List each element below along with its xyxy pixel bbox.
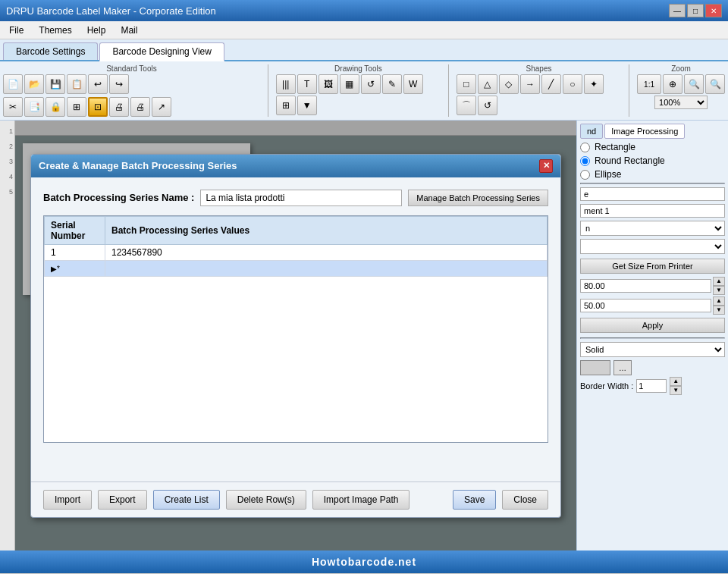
lock-btn[interactable]: 🔒 bbox=[46, 97, 65, 117]
size-input[interactable] bbox=[580, 187, 725, 201]
img-drop[interactable]: ▼ bbox=[297, 96, 317, 115]
open-btn[interactable]: 📂 bbox=[24, 74, 44, 94]
batch-series-modal: Create & Manage Batch Processing Series … bbox=[30, 154, 561, 518]
shape-rectangle-radio[interactable] bbox=[580, 143, 590, 152]
import-button[interactable]: Import bbox=[43, 490, 92, 510]
zoom-select[interactable]: 100% 75% 50% 150% 200% bbox=[654, 96, 708, 109]
ellipse-shape-btn[interactable]: ○ bbox=[563, 74, 582, 94]
menu-file[interactable]: File bbox=[3, 24, 30, 37]
modal-footer: Import Export Create List Delete Row(s) … bbox=[31, 481, 560, 517]
rotate-btn[interactable]: ↺ bbox=[478, 96, 497, 115]
border-down-btn[interactable]: ▼ bbox=[670, 386, 682, 395]
cut-btn[interactable]: ✂ bbox=[3, 97, 23, 117]
width-up-btn[interactable]: ▲ bbox=[713, 277, 725, 286]
menu-help[interactable]: Help bbox=[81, 24, 112, 37]
grid-btn[interactable]: ⊞ bbox=[67, 97, 86, 117]
new-row-indicator: ▶* bbox=[45, 260, 105, 276]
width-down-btn[interactable]: ▼ bbox=[713, 286, 725, 295]
diamond-shape-btn[interactable]: ◇ bbox=[499, 74, 519, 94]
tab-barcode-settings[interactable]: Barcode Settings bbox=[3, 42, 98, 60]
rect-shape-btn[interactable]: □ bbox=[457, 74, 476, 94]
standard-tools-section: Standard Tools 📄 📂 💾 📋 ↩ ↪ ✂ 📑 🔒 ⊞ ⊡ 🖨 🖨… bbox=[3, 64, 260, 117]
series-name-input[interactable] bbox=[200, 190, 402, 206]
border-up-btn[interactable]: ▲ bbox=[670, 377, 682, 386]
color-picker-button[interactable]: … bbox=[613, 360, 632, 375]
modal-body: Batch Processing Series Name : Manage Ba… bbox=[31, 177, 560, 481]
rp-tab-image-processing[interactable]: Image Processing bbox=[604, 124, 685, 139]
barcode2-btn[interactable]: ▦ bbox=[340, 74, 359, 94]
delete-rows-button[interactable]: Delete Row(s) bbox=[226, 490, 306, 510]
manage-series-button[interactable]: Manage Batch Processing Series bbox=[408, 190, 548, 206]
menu-themes[interactable]: Themes bbox=[33, 24, 77, 37]
style-field: Solid bbox=[580, 342, 725, 357]
line-btn[interactable]: ╱ bbox=[541, 74, 561, 94]
style-select[interactable]: Solid bbox=[580, 342, 725, 357]
width-input[interactable] bbox=[580, 279, 711, 293]
copy-btn[interactable]: 📑 bbox=[24, 97, 44, 117]
modal-title-bar: Create & Manage Batch Processing Series … bbox=[31, 155, 560, 177]
shape-round-rect-radio[interactable] bbox=[580, 156, 590, 166]
status-text: Howtobarcode.net bbox=[312, 556, 416, 568]
create-list-button[interactable]: Create List bbox=[153, 490, 220, 510]
menu-bar: File Themes Help Mail bbox=[0, 21, 728, 39]
draw-row2-1[interactable]: ↺ bbox=[361, 74, 381, 94]
menu-mail[interactable]: Mail bbox=[115, 24, 143, 37]
canvas-area: Create & Manage Batch Processing Series … bbox=[15, 121, 576, 550]
save-as-btn[interactable]: 📋 bbox=[67, 74, 86, 94]
ruler-mark-4: 4 bbox=[0, 169, 14, 184]
export-btn[interactable]: ↗ bbox=[152, 97, 171, 117]
col-values: Batch Processing Series Values bbox=[105, 216, 548, 244]
zoom-section: Zoom 1:1 ⊕ 🔍 🔍 100% 75% 50% 150% 200% bbox=[637, 64, 725, 109]
table-btn[interactable]: ⊞ bbox=[276, 96, 296, 115]
border-width-input[interactable] bbox=[636, 379, 667, 393]
star-btn[interactable]: ✦ bbox=[584, 74, 604, 94]
zoom-out-btn[interactable]: 🔍 bbox=[705, 74, 725, 94]
rp-tab-nd[interactable]: nd bbox=[580, 124, 603, 139]
height-input[interactable] bbox=[580, 299, 711, 312]
undo-btn[interactable]: ↩ bbox=[88, 74, 108, 94]
print-btn[interactable]: 🖨 bbox=[130, 97, 150, 117]
shape-ellipse-radio[interactable] bbox=[580, 170, 590, 180]
export-button[interactable]: Export bbox=[98, 490, 147, 510]
zoom-ratio-btn[interactable]: 1:1 bbox=[637, 74, 661, 94]
shapes-section: Shapes □ △ ◇ → ╱ ○ ✦ ⌒ ↺ bbox=[457, 64, 621, 115]
right-panel-tabs: nd Image Processing bbox=[580, 124, 725, 139]
minimize-button[interactable]: — bbox=[669, 4, 686, 17]
app-close-button[interactable]: ✕ bbox=[705, 4, 722, 17]
right-panel: nd Image Processing Rectangle Round Rect… bbox=[576, 121, 728, 550]
maximize-button[interactable]: □ bbox=[687, 4, 704, 17]
ruler-mark-3: 3 bbox=[0, 154, 14, 169]
print-preview-btn[interactable]: 🖨 bbox=[109, 97, 129, 117]
height-up-btn[interactable]: ▲ bbox=[713, 296, 725, 306]
segment-input[interactable] bbox=[580, 204, 725, 218]
word-btn[interactable]: W bbox=[403, 74, 423, 94]
image-btn[interactable]: 🖼 bbox=[318, 74, 338, 94]
save-btn[interactable]: 💾 bbox=[46, 74, 65, 94]
barcode-btn[interactable]: ||| bbox=[276, 74, 296, 94]
arrow-shape-btn[interactable]: → bbox=[520, 74, 540, 94]
triangle-shape-btn[interactable]: △ bbox=[478, 74, 497, 94]
orientation-select[interactable]: n bbox=[580, 221, 725, 236]
redo-btn[interactable]: ↪ bbox=[109, 74, 129, 94]
zoom-in-btn[interactable]: 🔍 bbox=[684, 74, 704, 94]
draw-row2-2[interactable]: ✎ bbox=[382, 74, 402, 94]
new-row-input[interactable] bbox=[111, 263, 541, 274]
close-button[interactable]: Close bbox=[502, 490, 548, 510]
height-spinner-btns: ▲ ▼ bbox=[713, 296, 725, 315]
modal-close-button[interactable]: ✕ bbox=[539, 159, 553, 173]
new-btn[interactable]: 📄 bbox=[3, 74, 23, 94]
new-row-input-cell[interactable] bbox=[105, 260, 548, 276]
get-size-from-printer-button[interactable]: Get Size From Printer bbox=[580, 259, 725, 274]
import-image-path-button[interactable]: Import Image Path bbox=[312, 490, 410, 510]
standard-tools-buttons: 📄 📂 💾 📋 ↩ ↪ ✂ 📑 🔒 ⊞ ⊡ 🖨 🖨 ↗ bbox=[3, 74, 260, 117]
tab-barcode-designing[interactable]: Barcode Designing View bbox=[99, 42, 224, 61]
zoom-fit-btn[interactable]: ⊕ bbox=[663, 74, 682, 94]
extra-select[interactable] bbox=[580, 239, 725, 254]
batch-series-btn[interactable]: ⊡ bbox=[88, 97, 108, 117]
save-button[interactable]: Save bbox=[453, 490, 496, 510]
text-btn[interactable]: T bbox=[297, 74, 317, 94]
apply-button[interactable]: Apply bbox=[580, 318, 725, 333]
height-down-btn[interactable]: ▼ bbox=[713, 306, 725, 315]
orientation-field: n bbox=[580, 221, 725, 236]
curved-btn[interactable]: ⌒ bbox=[457, 96, 476, 115]
